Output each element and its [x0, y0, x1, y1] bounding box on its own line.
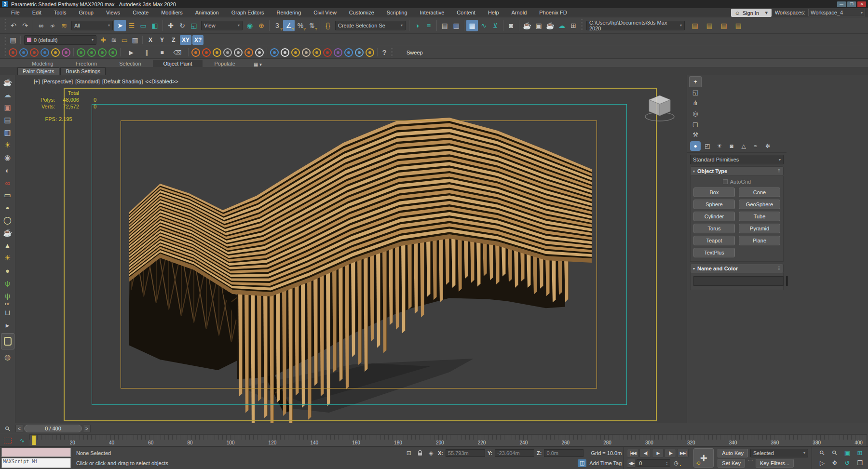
- scene-explorer-toggle-icon[interactable]: ▤: [8, 35, 18, 45]
- name-and-color-rollout-header[interactable]: ▾ Name and Color ⠿: [690, 264, 784, 273]
- drag-handle[interactable]: [581, 19, 583, 31]
- tab-utilities[interactable]: ⚒: [689, 129, 702, 140]
- default-in-out-tangents-icon[interactable]: ⌒: [746, 459, 755, 467]
- add-time-tag[interactable]: Add Time Tag: [589, 460, 622, 466]
- undo-icon[interactable]: ↶: [8, 20, 19, 31]
- menu-item[interactable]: Group: [72, 9, 100, 16]
- category-shapes-icon[interactable]: ◰: [702, 141, 713, 151]
- primitive-button[interactable]: Plane: [739, 236, 780, 245]
- bind-to-space-warp-icon[interactable]: ≋: [58, 20, 70, 31]
- curve-editor-icon[interactable]: ∿: [478, 20, 489, 31]
- region-select-icon[interactable]: [4, 438, 12, 443]
- select-object-icon[interactable]: ➤: [114, 20, 126, 31]
- category-cameras-icon[interactable]: ◙: [726, 141, 737, 151]
- particle-flow-icon[interactable]: [77, 48, 85, 57]
- menu-item[interactable]: Graph Editors: [225, 9, 271, 16]
- viewcube[interactable]: [642, 92, 677, 123]
- preset-candle-icon[interactable]: [244, 48, 253, 57]
- menu-item[interactable]: Interactive: [414, 9, 451, 16]
- current-layer-dropdown[interactable]: 0 (default) ▾: [24, 35, 96, 45]
- go-to-end-button[interactable]: ▶▶|: [677, 449, 689, 457]
- menu-item[interactable]: Civil View: [307, 9, 342, 16]
- maximize-button[interactable]: ❐: [847, 1, 856, 7]
- render-setup-dialog-icon[interactable]: ▥: [1, 126, 14, 139]
- menu-item[interactable]: File: [5, 9, 26, 16]
- category-systems-icon[interactable]: ✻: [762, 141, 773, 151]
- object-color-swatch[interactable]: [787, 276, 787, 286]
- select-and-move-icon[interactable]: ✚: [165, 20, 176, 31]
- redo-icon[interactable]: ↷: [19, 20, 31, 31]
- select-objects-in-layer-icon[interactable]: ▭: [119, 35, 130, 45]
- spinner-snap-toggle-icon[interactable]: ⇅?: [306, 20, 318, 31]
- snaps-toggle-3d-icon[interactable]: 3?: [271, 20, 283, 31]
- select-and-scale-icon[interactable]: ◱: [188, 20, 200, 31]
- axis-z-button[interactable]: Z: [168, 35, 179, 45]
- doc-folder-icon[interactable]: ▤: [704, 20, 715, 31]
- tab-create[interactable]: +: [689, 76, 702, 87]
- tab-modify[interactable]: ◱: [689, 87, 702, 97]
- material-editor-icon[interactable]: ◙: [505, 20, 517, 31]
- preset-milk-icon[interactable]: [281, 48, 289, 57]
- selection-lock-icon[interactable]: [416, 449, 424, 457]
- preset-clouds-icon[interactable]: [255, 48, 264, 57]
- render-setup-icon[interactable]: ☕: [521, 20, 533, 31]
- physical-camera-icon[interactable]: ◐: [1, 164, 14, 176]
- start-simulation-icon[interactable]: ▶: [126, 48, 136, 57]
- scene-explorer-icon[interactable]: ▤: [439, 20, 450, 31]
- category-geometry-icon[interactable]: ●: [690, 141, 701, 151]
- unlink-selection-icon[interactable]: ≁: [47, 20, 58, 31]
- drag-handle[interactable]: [391, 48, 393, 57]
- primitive-button[interactable]: Tube: [739, 212, 780, 221]
- voxel-tuner-icon[interactable]: [62, 48, 70, 57]
- select-by-name-icon[interactable]: ☰: [126, 20, 137, 31]
- next-frame-button[interactable]: |▶: [665, 449, 676, 457]
- teapot-tool-icon[interactable]: ☕: [1, 227, 14, 239]
- selection-filter-dropdown[interactable]: All▾: [71, 21, 113, 30]
- viewport-menu-general[interactable]: [+]: [34, 79, 40, 84]
- drag-handle[interactable]: [3, 48, 6, 57]
- rect-selection-region-icon[interactable]: ▭: [137, 20, 149, 31]
- y-coord-field[interactable]: -23.604m: [495, 449, 534, 457]
- preset-ink-icon[interactable]: [334, 48, 342, 57]
- workspace-dropdown[interactable]: Workspace_4 ▾: [808, 9, 865, 16]
- open-mini-curve-editor-icon[interactable]: ∿: [15, 434, 29, 446]
- category-space-warps-icon[interactable]: ≈: [750, 141, 761, 151]
- open-arrangement-icon[interactable]: ⊞: [568, 20, 579, 31]
- z-coord-field[interactable]: 0.0m: [544, 449, 583, 457]
- viewport-canvas[interactable]: [+] [Perspective] [Standard] [Default Sh…: [15, 75, 687, 423]
- sign-in-button[interactable]: ☺ Sign In ▾: [731, 9, 772, 17]
- grass-tool-icon[interactable]: ψ: [1, 277, 14, 289]
- time-tag-cube-icon[interactable]: ◫: [578, 459, 586, 467]
- primitive-button[interactable]: Pyramid: [739, 224, 780, 233]
- schematic-view-icon[interactable]: ⊻: [489, 20, 501, 31]
- preset-campfire-icon[interactable]: [191, 48, 200, 57]
- category-lights-icon[interactable]: ☀: [714, 141, 725, 151]
- current-frame-marker[interactable]: [32, 435, 36, 445]
- zoom-extents-selected-icon[interactable]: ▣: [842, 449, 853, 457]
- time-slider-frame-display[interactable]: 0 / 400: [24, 425, 82, 432]
- auto-key-button[interactable]: Auto Key: [718, 449, 748, 457]
- zoom-selection-icon[interactable]: ⚲: [2, 424, 13, 433]
- drag-handle[interactable]: [3, 35, 6, 45]
- fire-source-icon[interactable]: [30, 48, 39, 57]
- plane-tool-icon[interactable]: ▭: [1, 189, 14, 201]
- pan-view-icon[interactable]: ✥: [829, 459, 840, 468]
- ribbon-tab[interactable]: Modeling: [21, 60, 64, 67]
- time-configuration-icon[interactable]: ◷ •: [671, 459, 681, 468]
- axis-xy-plane-button[interactable]: XY: [180, 35, 191, 45]
- track-bar-ruler[interactable]: 0204060801001201401601802002202402602803…: [29, 434, 867, 446]
- key-mode-toggle[interactable]: ◀▶: [627, 459, 636, 468]
- menu-item[interactable]: Phoenix FD: [533, 9, 573, 16]
- ribbon-panel-tab[interactable]: Brush Settings: [60, 67, 106, 75]
- project-folder-dropdown[interactable]: C:\Users\hp\Documents\3ds Max 2020▾: [586, 21, 685, 30]
- export-particles-icon[interactable]: [87, 48, 96, 57]
- preset-honey-icon[interactable]: [312, 48, 321, 57]
- phoenix-fire-smoke-sim-icon[interactable]: [9, 48, 17, 57]
- axis-x-button[interactable]: X: [145, 35, 156, 45]
- select-and-manipulate-icon[interactable]: ⊕: [256, 20, 267, 31]
- primitive-button[interactable]: TextPlus: [693, 248, 735, 257]
- menu-item[interactable]: Scripting: [380, 9, 414, 16]
- menu-item[interactable]: Create: [126, 9, 155, 16]
- ribbon-tab[interactable]: Freeform: [65, 60, 108, 67]
- preset-smoke-icon[interactable]: [223, 48, 232, 57]
